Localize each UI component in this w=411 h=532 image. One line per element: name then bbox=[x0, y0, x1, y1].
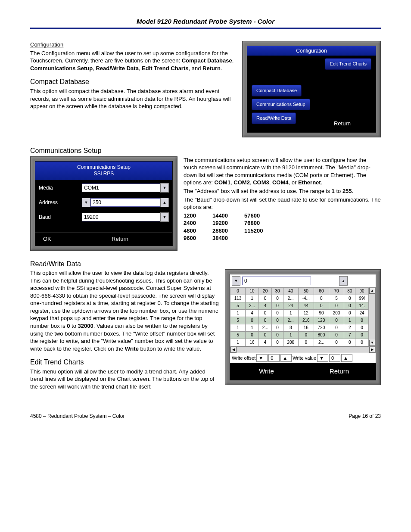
configuration-panel-figure: Configuration Edit Trend Charts Compact … bbox=[242, 41, 381, 137]
address-label: Address bbox=[39, 199, 69, 206]
communications-panel-figure: Communications Setup SSi RPS Media ▼ Add… bbox=[30, 156, 177, 251]
write-value-up[interactable]: ▲ bbox=[341, 354, 352, 362]
write-offset-down[interactable]: ▼ bbox=[256, 354, 268, 362]
table-col-header: 80 bbox=[344, 288, 355, 295]
scroll-up-icon[interactable]: ▲ bbox=[369, 288, 375, 294]
read-write-panel-figure: ▼ ▲ 0102030405060708090 1131002...-4...0… bbox=[225, 269, 381, 385]
page-footer: 4580 – Redundant Probe System – Color Pa… bbox=[30, 413, 381, 420]
write-value-down[interactable]: ▼ bbox=[317, 354, 328, 362]
table-col-header: 40 bbox=[283, 288, 298, 295]
write-value-label: Write value bbox=[293, 355, 316, 361]
address-input[interactable] bbox=[90, 198, 160, 207]
baud-dropdown[interactable] bbox=[82, 213, 160, 221]
media-dropdown[interactable] bbox=[82, 184, 160, 192]
communications-setup-button[interactable]: Communications Setup bbox=[252, 99, 310, 110]
table-col-header: 10 bbox=[246, 288, 259, 295]
comm-panel-title-1: Communications Setup bbox=[77, 164, 131, 170]
baud-label: Baud bbox=[39, 214, 69, 221]
write-offset-label: Write offset bbox=[232, 355, 255, 361]
baud-options-list: 1200240048009600 14400192002880038400 57… bbox=[184, 212, 381, 242]
table-col-header: 90 bbox=[355, 288, 369, 295]
address-down-arrow[interactable]: ▼ bbox=[82, 198, 90, 207]
register-table: 0102030405060708090 1131002...-4...05099… bbox=[230, 287, 369, 346]
scroll-down-icon[interactable]: ▼ bbox=[369, 340, 375, 346]
read-write-heading: Read/Write Data bbox=[30, 259, 381, 269]
write-offset-value[interactable]: 0 bbox=[268, 354, 280, 362]
write-value-value[interactable]: 0 bbox=[329, 354, 340, 362]
config-return-button[interactable]: Return bbox=[326, 117, 358, 130]
table-row: 500010800070 bbox=[230, 332, 369, 339]
compact-database-button[interactable]: Compact Database bbox=[252, 85, 302, 96]
vertical-scrollbar[interactable]: ▲ ▼ bbox=[369, 287, 376, 346]
scroll-right-icon[interactable]: ▶ bbox=[369, 347, 375, 353]
table-col-header: 20 bbox=[258, 288, 272, 295]
write-offset-up[interactable]: ▲ bbox=[280, 354, 292, 362]
comm-panel-title-2: SSi RPS bbox=[94, 171, 114, 177]
table-row: 52...40244400014. bbox=[230, 302, 369, 310]
table-row: 1164020002...000 bbox=[230, 339, 369, 346]
table-col-header: 70 bbox=[329, 288, 344, 295]
write-button[interactable]: Write bbox=[230, 363, 303, 380]
baud-dropdown-arrow[interactable]: ▼ bbox=[160, 212, 169, 222]
footer-left: 4580 – Redundant Probe System – Color bbox=[30, 413, 125, 420]
table-col-header: 60 bbox=[314, 288, 329, 295]
top-down-arrow[interactable]: ▼ bbox=[232, 276, 240, 286]
table-col-header: 50 bbox=[298, 288, 314, 295]
footer-right: Page 16 of 23 bbox=[349, 413, 381, 420]
read-write-data-button[interactable]: Read/Write Data bbox=[252, 112, 296, 124]
table-col-header: 30 bbox=[272, 288, 283, 295]
rw-return-button[interactable]: Return bbox=[303, 363, 376, 380]
table-row: 50002...216120010 bbox=[230, 317, 369, 324]
comm-return-button[interactable]: Return bbox=[104, 233, 172, 246]
table-col-header: 0 bbox=[230, 288, 246, 295]
configuration-heading: Configuration bbox=[30, 41, 63, 48]
edit-trend-charts-button[interactable]: Edit Trend Charts bbox=[325, 58, 371, 70]
table-row: 140011290200024 bbox=[230, 310, 369, 317]
horizontal-scrollbar[interactable]: ◀ ▶ bbox=[230, 346, 376, 353]
communications-setup-heading: Communications Setup bbox=[30, 146, 381, 156]
table-row: 112...0816720020 bbox=[230, 324, 369, 332]
top-register-input[interactable] bbox=[242, 277, 311, 285]
media-dropdown-arrow[interactable]: ▼ bbox=[160, 183, 169, 193]
media-label: Media bbox=[39, 184, 69, 191]
address-up-arrow[interactable]: ▲ bbox=[160, 198, 169, 207]
comm-ok-button[interactable]: OK bbox=[35, 233, 104, 246]
table-row: 1131002...-4...05099! bbox=[230, 295, 369, 302]
top-up-arrow[interactable]: ▲ bbox=[339, 276, 348, 286]
page-header: Model 9120 Redundant Probe System - Colo… bbox=[30, 17, 381, 29]
scroll-left-icon[interactable]: ◀ bbox=[230, 347, 237, 353]
config-panel-title: Configuration bbox=[247, 46, 376, 56]
